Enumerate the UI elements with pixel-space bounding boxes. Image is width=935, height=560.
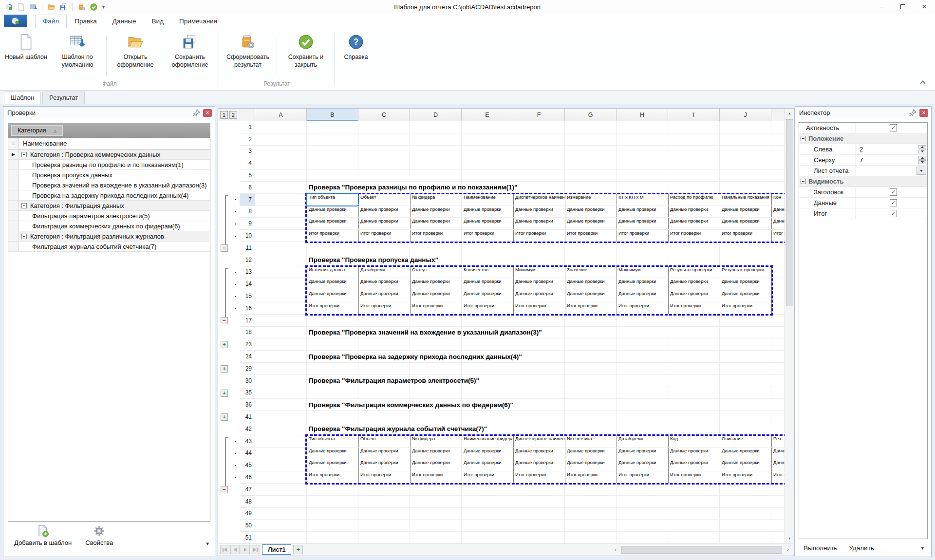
grid-cell[interactable]: Данные проверки xyxy=(307,448,359,460)
grid-cell[interactable]: Итог проверки xyxy=(668,471,720,484)
ribbon-tab-1[interactable]: Правка xyxy=(67,15,105,28)
grid-cell[interactable]: Итог проверки xyxy=(462,230,514,242)
grid-cell[interactable]: Итог проверки xyxy=(513,302,565,315)
outline-level-2-button[interactable]: 2 xyxy=(229,111,237,119)
gear-button[interactable]: Свойства xyxy=(85,524,113,546)
grid-cell[interactable]: № фидера xyxy=(410,435,462,448)
ribbon-tab-4[interactable]: Примечания xyxy=(171,15,225,28)
pin-icon[interactable] xyxy=(192,109,201,117)
tree-row[interactable]: Проверка значений на вхождение в указанн… xyxy=(8,180,210,190)
grid-cell[interactable]: Описание xyxy=(720,435,772,448)
row-header-24[interactable]: 24 xyxy=(240,351,255,363)
column-header-H[interactable]: H xyxy=(617,109,668,121)
vscroll-thumb[interactable] xyxy=(786,119,793,306)
row-header-5[interactable]: 5 xyxy=(240,169,255,182)
maximize-button[interactable] xyxy=(892,0,914,14)
tree-row[interactable]: Фильтрация коммерческих данных по фидера… xyxy=(8,221,210,231)
grid-cell[interactable]: Итог проверки xyxy=(565,471,617,484)
row-header-18[interactable]: 18 xyxy=(240,327,255,339)
grid-cell[interactable]: Итог проверки xyxy=(358,302,411,315)
grid-cell[interactable]: Итог проверки xyxy=(307,302,359,315)
sheet-nav-prev-button[interactable] xyxy=(230,545,240,554)
row-header-50[interactable]: 50 xyxy=(240,520,255,532)
checkbox[interactable]: ✓ xyxy=(890,188,897,196)
group-by-chip-category[interactable]: Категория ▵ xyxy=(11,125,63,136)
grid-cell[interactable]: Итог проверки xyxy=(410,302,462,315)
column-header-B[interactable]: B xyxy=(307,109,358,121)
row-header-43[interactable]: 43 xyxy=(240,435,255,448)
sheet-nav-first-button[interactable] xyxy=(220,545,229,554)
grid-cell[interactable]: Итог проверки xyxy=(410,471,462,484)
tree-row[interactable]: Проверка пропуска данных xyxy=(8,170,210,180)
property-row[interactable]: Слева2 xyxy=(799,144,927,155)
grid-cell[interactable]: Данные проверки xyxy=(307,290,359,302)
column-header-J[interactable]: J xyxy=(720,109,771,121)
grid-cell[interactable]: Данные проверки xyxy=(462,218,514,230)
property-row[interactable]: Итог✓ xyxy=(799,208,927,219)
ribbon-tab-3[interactable]: Вид xyxy=(144,15,171,28)
column-header-G[interactable]: G xyxy=(565,109,617,121)
hscroll-right-icon[interactable]: › xyxy=(784,545,792,554)
checkbox[interactable]: ✓ xyxy=(890,210,897,217)
grid-cell[interactable]: Данные проверки xyxy=(307,278,359,290)
grid-cell[interactable]: Данные проверки xyxy=(410,290,462,302)
grid-cell[interactable]: Данные проверки xyxy=(307,459,359,471)
grid-cell[interactable]: Данные проверки xyxy=(668,278,720,290)
scroll-down-icon[interactable]: ▼ xyxy=(785,534,795,543)
row-header-1[interactable]: 1 xyxy=(240,121,255,133)
checkbox[interactable]: ✓ xyxy=(890,124,897,131)
row-header-2[interactable]: 2 xyxy=(240,133,255,146)
tree-row[interactable]: Фильтрация журнала событий счетчика(7) xyxy=(8,242,210,252)
delete-button[interactable]: Удалить xyxy=(849,544,874,552)
grid-cell[interactable]: № счетчика xyxy=(565,435,617,448)
save-close-button[interactable]: Сохранить и закрыть xyxy=(279,31,333,71)
grid-cell[interactable]: Итог проверки xyxy=(617,471,669,484)
grid-cell[interactable]: Итог проверки xyxy=(771,230,785,242)
checks-more-button[interactable]: ▾ xyxy=(206,541,209,547)
spinner[interactable] xyxy=(918,156,926,164)
grid-cell[interactable]: Данные проверки xyxy=(771,459,785,471)
row-header-47[interactable]: 47 xyxy=(240,484,255,496)
grid-cell[interactable]: Расход по профилю xyxy=(668,194,720,206)
doc-tab-1[interactable]: Результат xyxy=(42,92,85,104)
grid-cell[interactable]: Итог проверки xyxy=(307,471,359,484)
minimize-button[interactable]: – xyxy=(871,0,892,14)
row-header-51[interactable]: 51 xyxy=(240,532,255,543)
grid-cell[interactable]: Данные проверки xyxy=(720,206,772,218)
grid-cell[interactable]: Данные проверки xyxy=(410,278,462,290)
grid-cell[interactable]: Данные проверки xyxy=(668,290,720,302)
grid-cell[interactable]: Данные проверки xyxy=(617,290,669,302)
grid-cell[interactable]: Итог проверки xyxy=(668,302,720,315)
grid-cell[interactable]: Данные проверки xyxy=(565,218,617,230)
grid-cell[interactable]: Данные проверки xyxy=(720,448,772,460)
grid-cell[interactable]: Данные проверки xyxy=(668,218,720,230)
grid-cell[interactable]: Данные проверки xyxy=(358,448,411,460)
sheet-nav-next-button[interactable] xyxy=(241,545,250,554)
grid-cell[interactable]: Данные проверки xyxy=(617,278,669,290)
grid-cell[interactable]: Дата/время xyxy=(358,266,411,279)
row-header-14[interactable]: 14 xyxy=(240,278,255,290)
grid-cell[interactable]: Данные проверки xyxy=(358,218,411,230)
default-template-button[interactable]: Шаблон по умолчанию xyxy=(50,31,105,71)
row-header-41[interactable]: 41 xyxy=(240,411,255,423)
row-header-48[interactable]: 48 xyxy=(240,496,255,508)
grid-cell[interactable]: Данные проверки xyxy=(513,459,565,471)
column-header-F[interactable]: F xyxy=(513,109,565,121)
sheet-nav-last-button[interactable] xyxy=(251,545,260,554)
property-row[interactable]: Заголовок✓ xyxy=(799,187,927,198)
grid-cell[interactable]: Данные проверки xyxy=(462,459,514,471)
hscroll-left-icon[interactable]: ‹ xyxy=(611,545,620,554)
generate-result-button[interactable]: Сформировать результат xyxy=(221,31,275,71)
grid-cell[interactable]: Дата/время xyxy=(617,435,669,448)
grid-cell[interactable]: Данные проверки xyxy=(617,218,669,230)
grid-cell[interactable]: Значение xyxy=(565,266,617,279)
row-header-11[interactable]: 11 xyxy=(240,242,255,254)
close-button[interactable]: × xyxy=(914,0,935,14)
row-header-44[interactable]: 44 xyxy=(240,448,255,460)
new-document-icon[interactable] xyxy=(16,2,26,12)
spin-up-icon[interactable] xyxy=(918,156,926,160)
grid-cell[interactable]: Данные проверки xyxy=(771,206,785,218)
collapse-group-button[interactable]: − xyxy=(221,486,228,493)
grid-cell[interactable]: Объект xyxy=(358,194,411,206)
row-header-46[interactable]: 46 xyxy=(240,471,255,484)
